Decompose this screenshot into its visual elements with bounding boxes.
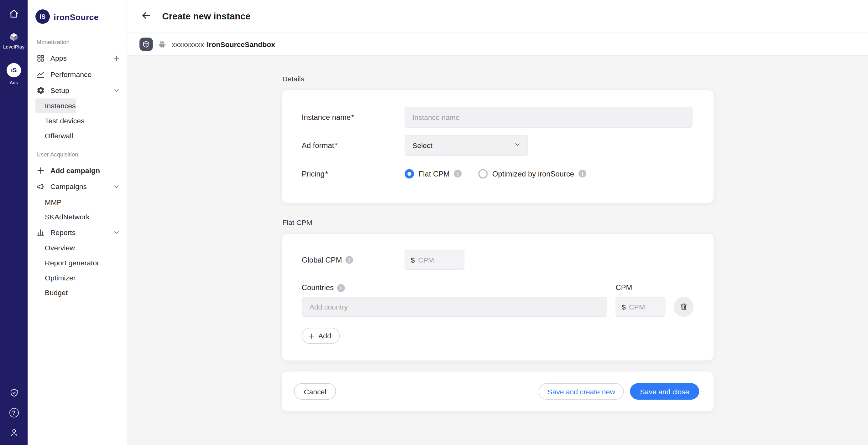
info-icon[interactable] xyxy=(345,256,353,264)
trash-icon xyxy=(679,302,688,311)
save-and-create-new-button[interactable]: Save and create new xyxy=(539,383,624,400)
sidebar: iS ironSource Monetization Apps Performa… xyxy=(28,0,127,445)
pricing-row: Pricing* Flat CPM Optimized by xyxy=(302,163,694,184)
content-area: Details Instance name* Ad format* xyxy=(127,56,868,445)
sidebar-item-overview[interactable]: Overview xyxy=(28,240,127,255)
pricing-label: Pricing* xyxy=(302,169,405,177)
plus-icon xyxy=(308,333,315,339)
currency-symbol: $ xyxy=(411,256,415,264)
android-icon xyxy=(158,40,166,48)
country-cpm-input[interactable] xyxy=(629,303,659,311)
flat-cpm-section-title: Flat CPM xyxy=(282,218,714,227)
brand-name: ironSource xyxy=(54,12,98,21)
info-icon[interactable] xyxy=(579,170,586,177)
megaphone-icon xyxy=(37,182,45,191)
sidebar-item-report-generator[interactable]: Report generator xyxy=(28,255,127,270)
sidebar-item-reports[interactable]: Reports xyxy=(28,225,127,240)
countries-header-row: Countries CPM xyxy=(302,283,694,292)
chevron-down-icon xyxy=(113,183,120,190)
rail-bottom xyxy=(9,378,19,438)
info-icon[interactable] xyxy=(454,170,462,177)
back-arrow-icon xyxy=(141,10,152,23)
ads-icon: iS xyxy=(7,63,21,77)
levelplay-label: LevelPlay xyxy=(3,44,25,50)
ironsource-logo-icon: iS xyxy=(35,9,50,24)
sidebar-item-optimizer[interactable]: Optimizer xyxy=(28,270,127,285)
home-icon xyxy=(9,9,19,19)
sidebar-item-instances[interactable]: Instances xyxy=(35,98,75,113)
details-section-title: Details xyxy=(282,74,714,82)
help-button[interactable] xyxy=(9,408,19,417)
home-button[interactable] xyxy=(9,9,19,19)
sidebar-item-performance[interactable]: Performance xyxy=(28,66,127,82)
app-bundle-icon[interactable] xyxy=(140,38,153,51)
cancel-button[interactable]: Cancel xyxy=(294,383,336,400)
app-context-bar: xxxxxxxxx IronSourceSandbox xyxy=(127,33,868,56)
app-id[interactable]: xxxxxxxxx xyxy=(172,40,204,48)
bar-chart-icon xyxy=(37,229,45,237)
chevron-down-icon xyxy=(514,141,521,149)
required-mark: * xyxy=(325,169,328,177)
instance-name-input[interactable] xyxy=(405,107,692,128)
sidebar-section-monetization: Monetization xyxy=(28,39,127,45)
ad-format-select[interactable]: Select xyxy=(405,135,528,156)
instance-name-label: Instance name* xyxy=(302,113,405,121)
info-icon[interactable] xyxy=(337,284,345,292)
account-button[interactable] xyxy=(9,428,19,437)
rail-item-ads[interactable]: iS Ads xyxy=(7,63,21,85)
rail-item-levelplay[interactable]: LevelPlay xyxy=(3,32,25,50)
radio-selected-icon[interactable] xyxy=(405,169,414,178)
sidebar-section-user-acquisition: User Acquisition xyxy=(28,151,127,158)
chevron-down-icon xyxy=(113,87,120,94)
actions-card: Cancel Save and create new Save and clos… xyxy=(282,372,714,411)
sidebar-item-mmp[interactable]: MMP xyxy=(28,195,127,210)
ad-format-label: Ad format* xyxy=(302,141,405,149)
instance-name-row: Instance name* xyxy=(302,107,694,128)
currency-symbol: $ xyxy=(622,303,626,311)
sidebar-item-add-campaign[interactable]: Add campaign xyxy=(28,163,127,178)
page-title: Create new instance xyxy=(162,11,251,22)
sidebar-item-setup[interactable]: Setup xyxy=(28,82,127,98)
ads-label: Ads xyxy=(10,79,18,85)
global-cpm-input-group: $ xyxy=(405,250,464,270)
sidebar-item-campaigns[interactable]: Campaigns xyxy=(28,179,127,195)
footer-actions: Save and create new Save and close xyxy=(539,383,699,400)
plus-icon xyxy=(37,167,45,175)
add-country-input[interactable] xyxy=(302,297,607,317)
help-icon xyxy=(9,408,19,417)
privacy-button[interactable] xyxy=(9,388,19,398)
sidebar-item-apps[interactable]: Apps xyxy=(28,50,127,66)
pricing-radio-group: Flat CPM Optimized by ironSource xyxy=(405,169,693,178)
radio-unselected-icon[interactable] xyxy=(478,169,488,178)
global-cpm-label: Global CPM xyxy=(302,256,405,264)
apps-grid-icon xyxy=(37,54,45,62)
brand-logo: iS ironSource xyxy=(28,9,127,24)
cpm-column-label: CPM xyxy=(615,283,665,292)
save-and-close-button[interactable]: Save and close xyxy=(630,383,700,400)
performance-chart-icon xyxy=(37,70,45,78)
country-cpm-input-group: $ xyxy=(615,297,665,317)
delete-row-button[interactable] xyxy=(674,297,694,317)
pricing-option-flat-cpm[interactable]: Flat CPM xyxy=(405,169,462,178)
page-header: Create new instance xyxy=(127,0,868,33)
back-button[interactable] xyxy=(140,10,153,23)
account-icon xyxy=(9,428,19,437)
country-cpm-row: $ xyxy=(302,297,694,317)
sidebar-item-offerwall[interactable]: Offerwall xyxy=(28,128,127,143)
flat-cpm-card: Global CPM $ Countries xyxy=(282,234,714,361)
app: LevelPlay iS Ads i xyxy=(0,0,868,445)
sidebar-item-budget[interactable]: Budget xyxy=(28,285,127,300)
details-card: Instance name* Ad format* Select xyxy=(282,90,714,203)
add-app-icon[interactable] xyxy=(113,55,120,62)
product-rail: LevelPlay iS Ads xyxy=(0,0,28,445)
levelplay-icon xyxy=(9,32,19,42)
pricing-option-optimized[interactable]: Optimized by ironSource xyxy=(478,169,586,178)
countries-label: Countries xyxy=(302,283,607,292)
rail-top: LevelPlay iS Ads xyxy=(3,9,25,85)
sidebar-item-skadnetwork[interactable]: SKAdNetwork xyxy=(28,210,127,225)
app-name[interactable]: IronSourceSandbox xyxy=(207,40,275,48)
global-cpm-row: Global CPM $ xyxy=(302,249,694,270)
sidebar-item-test-devices[interactable]: Test devices xyxy=(28,113,127,128)
global-cpm-input[interactable] xyxy=(418,256,459,264)
add-country-button[interactable]: Add xyxy=(302,328,340,344)
